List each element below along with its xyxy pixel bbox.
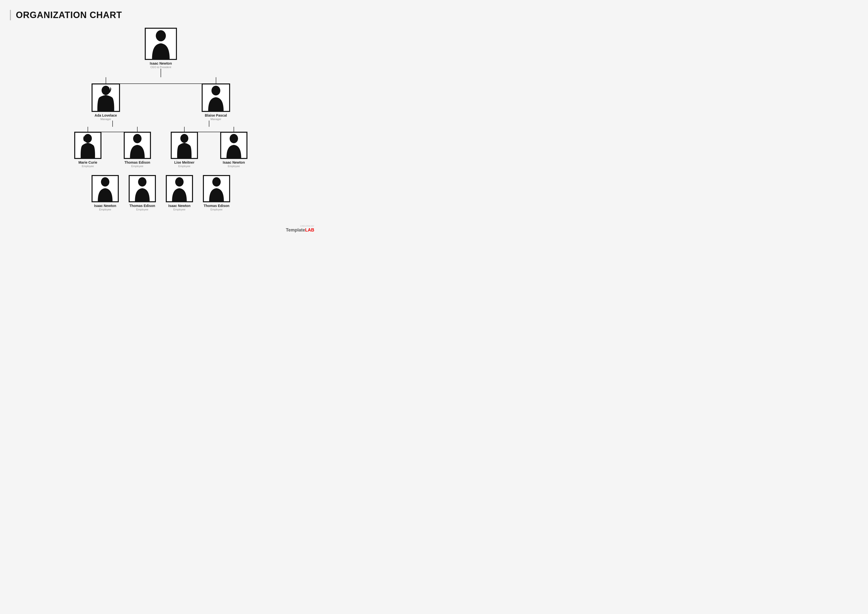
emp4-name: Isaac Newton [94, 204, 116, 208]
svg-point-5 [84, 134, 92, 143]
emp0-node: Marie Curie Employee [74, 132, 101, 168]
emp7-name: Thomas Edison [204, 204, 229, 208]
manager-left-photo [91, 84, 120, 112]
emp1-photo [124, 132, 151, 159]
emp0-name: Marie Curie [78, 160, 97, 165]
svg-point-6 [133, 134, 141, 143]
page-title: ORGANIZATION CHART [10, 10, 312, 20]
emp2-branch: Lise Meitner Employee [171, 127, 198, 168]
svg-point-8 [229, 134, 238, 143]
ceo-v-connector [161, 68, 161, 77]
emp4-photo [91, 175, 119, 202]
emp1-node: Thomas Edison Employee [124, 132, 151, 168]
manager-right-node: Blaise Pascal Manager [202, 84, 230, 121]
blaise-children: Lise Meitner Employee [171, 121, 248, 168]
svg-point-4 [212, 85, 220, 95]
manager-left-node: Ada Lovelace Manager [91, 84, 120, 121]
ceo-node: Isaac Newton CEO & President [145, 28, 177, 68]
employees-row1-container: Marie Curie Employee [74, 121, 248, 168]
emp0-photo [74, 132, 101, 159]
right-manager-branch: Blaise Pascal Manager [202, 77, 230, 121]
ada-children-row: Marie Curie Employee [74, 127, 151, 168]
watermark-brand: TemplateLAB [286, 227, 314, 233]
manager-right-role: Manager [211, 118, 221, 121]
manager-left-name: Ada Lovelace [95, 113, 117, 117]
emp5-node: Thomas Edison Employee [129, 175, 156, 211]
ceo-branch: Isaac Newton CEO & President [91, 28, 230, 121]
emp7-role: Employee [211, 208, 223, 211]
watermark-created-by: CREATED BY [286, 225, 314, 227]
emp2-role: Employee [178, 165, 191, 168]
watermark: CREATED BY TemplateLAB [286, 225, 314, 233]
emp2-photo [171, 132, 198, 159]
svg-point-9 [101, 177, 109, 187]
emp3-role: Employee [228, 165, 240, 168]
emp7-node: Thomas Edison Employee [203, 175, 230, 211]
emp1-branch: Thomas Edison Employee [124, 127, 151, 168]
ceo-role: CEO & President [150, 65, 171, 68]
emp5-photo [129, 175, 156, 202]
emp6-node: Isaac Newton Employee [166, 175, 193, 211]
emp7-photo [203, 175, 230, 202]
watermark-lab: LAB [305, 227, 314, 233]
emp2-node: Lise Meitner Employee [171, 132, 198, 168]
emp3-name: Isaac Newton [223, 160, 245, 165]
ada-v-line [112, 121, 113, 127]
emp4-role: Employee [99, 208, 112, 211]
h-manager-connector [120, 84, 202, 84]
svg-point-11 [175, 177, 184, 187]
ceo-name: Isaac Newton [150, 61, 172, 65]
emp6-role: Employee [174, 208, 186, 211]
svg-point-10 [138, 177, 146, 187]
emp1-name: Thomas Edison [124, 160, 150, 165]
emp4-node: Isaac Newton Employee [91, 175, 119, 211]
svg-point-3 [102, 85, 110, 95]
page: ORGANIZATION CHART Isaac Newton CEO & Pr… [10, 10, 312, 211]
emp3-branch: Isaac Newton Employee [220, 127, 248, 168]
emp6-name: Isaac Newton [168, 204, 190, 208]
emp0-branch: Marie Curie Employee [74, 127, 101, 168]
emp5-name: Thomas Edison [129, 204, 155, 208]
manager-right-photo [202, 84, 230, 112]
emp3-photo [220, 132, 248, 159]
emp0-role: Employee [82, 165, 94, 168]
manager-left-role: Manager [101, 118, 111, 121]
manager-row-container: Ada Lovelace Manager [91, 77, 230, 121]
emp2-name: Lise Meitner [174, 160, 194, 165]
svg-point-7 [180, 134, 188, 143]
svg-point-12 [212, 177, 221, 187]
right-v-line [216, 77, 216, 84]
manager-right-name: Blaise Pascal [205, 113, 227, 117]
emp5-role: Employee [136, 208, 149, 211]
watermark-template: Template [286, 227, 305, 233]
emp1-role: Employee [132, 165, 144, 168]
employees-row2-container: Isaac Newton Employee Thomas Edison Empl… [87, 175, 235, 211]
emp6-photo [166, 175, 193, 202]
left-manager-branch: Ada Lovelace Manager [91, 77, 120, 121]
ceo-photo [145, 28, 177, 60]
org-chart: Isaac Newton CEO & President [10, 28, 312, 211]
emp3-node: Isaac Newton Employee [220, 132, 248, 168]
left-v-line [105, 77, 106, 84]
svg-point-2 [156, 30, 166, 41]
blaise-children-row: Lise Meitner Employee [171, 127, 248, 168]
ada-children: Marie Curie Employee [74, 121, 151, 168]
